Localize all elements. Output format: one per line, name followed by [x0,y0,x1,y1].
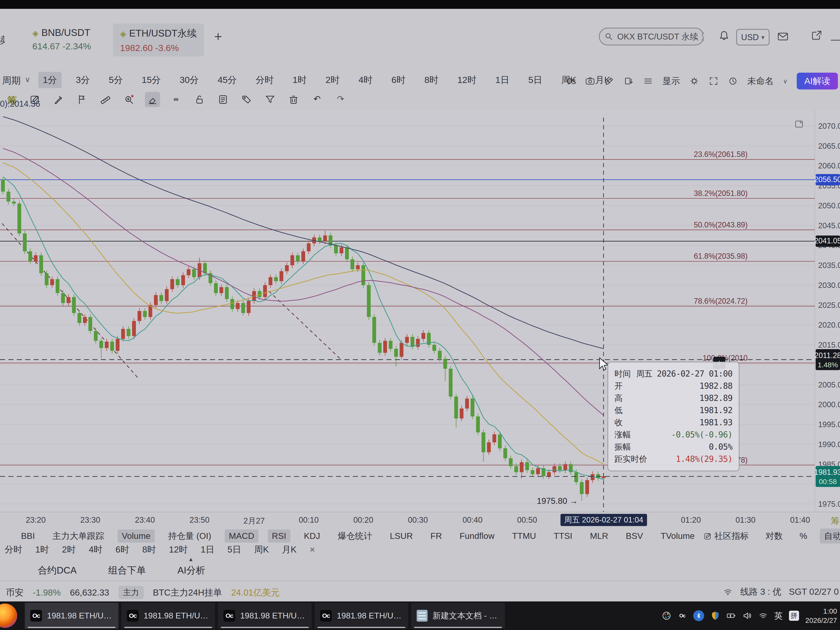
timeframe-8时[interactable]: 8时 [420,72,443,88]
indicator-TTMU[interactable]: TTMU [508,529,540,543]
timeframe-12时[interactable]: 12时 [453,72,481,88]
color-palette-icon[interactable] [662,611,671,621]
tf-panel-1日[interactable]: 1日 [201,544,215,556]
ruler-icon[interactable] [98,92,113,107]
firefox-icon[interactable] [0,603,17,628]
pencil-icon[interactable] [605,76,614,86]
indicator-control-社区指标[interactable]: 社区指标 [699,529,753,543]
timeframe-4时[interactable]: 4时 [354,72,377,88]
note-icon[interactable] [215,92,231,107]
battery-icon[interactable] [726,611,736,621]
network-icon[interactable] [758,611,768,621]
time-axis[interactable]: 23:2023:3023:4023:502月2700:1000:2000:300… [0,512,840,528]
period-caret-icon[interactable]: ∨ [25,75,30,84]
indicator-BSV[interactable]: BSV [622,529,647,543]
tf-panel-分时[interactable]: 分时 [5,544,22,556]
indicator-control-对数[interactable]: 对数 [761,529,787,543]
gear-icon[interactable] [689,76,699,86]
taskbar-clock[interactable]: 1:00 2026/2/27 [805,606,837,625]
taskbar-item[interactable]: Oc1981.98 ETH/USD... [122,603,215,629]
timeframe-分时[interactable]: 分时 [251,72,278,88]
indicator-FR[interactable]: FR [426,529,446,543]
timeframe-30分[interactable]: 30分 [175,72,204,88]
speaker-icon[interactable] [742,611,752,621]
redo-icon[interactable]: ↷ [333,92,348,107]
main-force-badge[interactable]: 主力 [118,586,144,599]
countdown-interval[interactable]: 0s [567,76,576,86]
taskbar-item[interactable]: Oc1981.98 ETH/USD... [314,603,408,629]
okx-tray-icon[interactable]: Oc [678,611,687,621]
timeframe-5分[interactable]: 5分 [104,72,128,88]
period-label[interactable]: 周期 [2,74,21,87]
action-组合下单[interactable]: 组合下单 [108,564,146,577]
camera-icon[interactable] [585,76,595,86]
timeframe-1分[interactable]: 1分 [38,72,62,88]
add-tab-button[interactable]: + [214,30,222,43]
indicator-control-自动[interactable]: 自动 [820,529,840,543]
funnel-icon[interactable] [262,92,278,107]
mail-icon[interactable] [777,31,789,43]
window-minimize-glyph[interactable]: — [831,33,840,45]
timeframe-2时[interactable]: 2时 [321,72,344,88]
tf-panel-周K[interactable]: 周K [254,544,269,556]
currency-dropdown[interactable]: USD ▾ [736,29,769,45]
indicator-MACD[interactable]: MACD [225,529,259,543]
tf-panel-5日[interactable]: 5日 [227,544,241,556]
share-icon[interactable] [811,30,823,41]
list-icon[interactable] [643,76,653,86]
action-AI分析[interactable]: AI分析 [177,564,205,577]
link-icon[interactable]: ∞ [169,92,183,107]
search-input[interactable]: OKX BTC/USDT 永续 / [599,28,704,45]
zoom-plus-icon[interactable] [122,92,136,107]
timeframe-15分[interactable]: 15分 [137,72,166,88]
symbol-tab-BNB/USDT[interactable]: ◈BNB/USDT614.67 -2.34% [25,24,98,57]
tf-panel-12时[interactable]: 12时 [169,544,188,556]
timeframe-45分[interactable]: 45分 [213,72,241,88]
close-icon[interactable]: × [309,544,315,555]
indicator-TVolume[interactable]: TVolume [657,529,699,543]
symbol-tab-ETH/USDT永续[interactable]: ◈ETH/USDT永续1982.60 -3.6% [113,24,204,57]
ai-analysis-button[interactable]: AI解读 [797,73,838,90]
indicator-MLR[interactable]: MLR [586,529,613,543]
cut-chip-button[interactable]: 筹 [831,515,840,527]
lock-open-icon[interactable] [192,92,207,107]
timeframe-1日[interactable]: 1日 [491,72,514,88]
undo-icon[interactable]: ↶ [309,92,325,107]
timeframe-3分[interactable]: 3分 [71,72,95,88]
indicator-LSUR[interactable]: LSUR [385,529,417,543]
indicator-Volume[interactable]: Volume [118,529,155,543]
tf-panel-6时[interactable]: 6时 [115,544,129,556]
layout-name[interactable]: 未命名 [747,75,774,87]
action-合约DCA[interactable]: 合约DCA [38,564,77,577]
notifications-bell-icon[interactable] [718,30,730,41]
indicator-TTSI[interactable]: TTSI [549,529,577,543]
indicator-持仓量 (OI)[interactable]: 持仓量 (OI) [164,529,215,543]
bluetooth-icon[interactable] [693,610,704,621]
timeframe-6时[interactable]: 6时 [387,72,410,88]
chart-area[interactable]: 0):2014.36 2070.002065.002060.002055.002… [0,110,840,512]
eraser-icon[interactable] [145,92,160,107]
trash-icon[interactable] [286,92,301,107]
chart-corner-icon[interactable] [794,119,804,129]
timeframe-1时[interactable]: 1时 [288,72,311,88]
display-settings-button[interactable]: 显示 [662,75,680,87]
indicator-KDJ[interactable]: KDJ [300,529,324,543]
ime-pinyin-badge[interactable]: 拼 [789,611,799,621]
exchange-label[interactable]: 币安 [6,587,24,598]
taskbar-item[interactable]: Oc1981.98 ETH/USD... [218,603,312,629]
fullscreen-icon[interactable] [709,76,718,86]
flag-icon[interactable] [74,92,90,107]
tag-icon[interactable] [239,92,254,107]
indicator-control-%[interactable]: % [796,529,812,543]
indicator-BBI[interactable]: BBI [17,529,39,543]
tf-panel-4时[interactable]: 4时 [89,544,103,556]
tf-panel-2时[interactable]: 2时 [62,544,76,556]
indicator-爆仓统计[interactable]: 爆仓统计 [333,529,376,543]
timeframe-5日[interactable]: 5日 [524,72,547,88]
revert-icon[interactable] [624,76,634,86]
security-shield-icon[interactable] [711,611,720,621]
indicator-Fundflow[interactable]: Fundflow [455,529,499,543]
indicator-主力大单跟踪[interactable]: 主力大单跟踪 [48,529,108,543]
tf-panel-月K[interactable]: 月K [282,544,297,556]
tf-panel-8时[interactable]: 8时 [142,544,156,556]
